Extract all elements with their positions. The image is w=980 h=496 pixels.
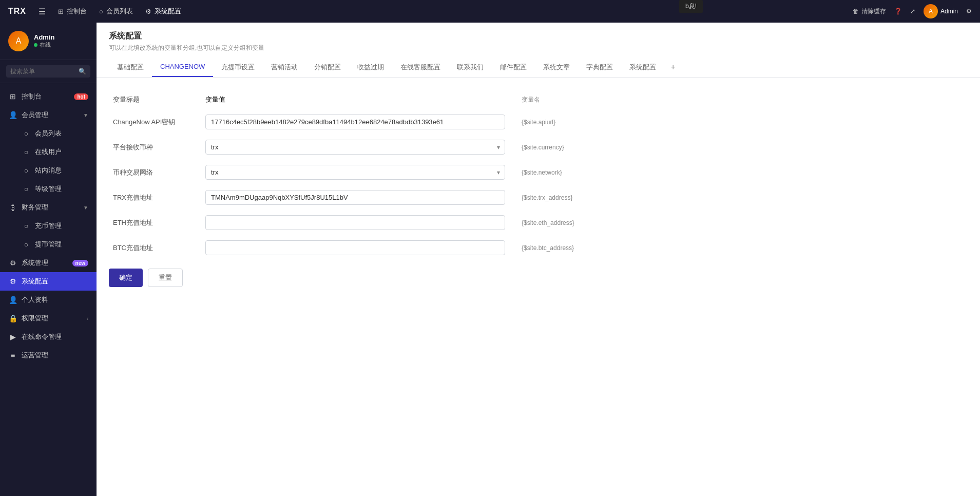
dashboard-nav-icon: ⊞ xyxy=(8,92,17,101)
help-icon: ❓ xyxy=(894,8,902,15)
sidebar-user-profile: A Admin 在线 xyxy=(0,23,97,60)
tab-changenow[interactable]: CHANGENOW xyxy=(152,59,213,77)
sidebar-item-member-list[interactable]: ○ 会员列表 xyxy=(0,124,97,143)
form-area: 变量标题 变量值 变量名 ChangeNow API密钥 {$site.apiu… xyxy=(97,78,980,496)
clear-cache-button[interactable]: 🗑 清除缓存 xyxy=(853,7,886,16)
top-nav: TRX ☰ ⊞ 控制台 ○ 会员列表 ⚙ 系统配置 b息! 🗑 清除缓存 ❓ ⤢… xyxy=(0,0,980,23)
field-label: ETH充值地址 xyxy=(109,210,201,235)
field-varname: {$site.trx_address} xyxy=(509,185,968,210)
transaction-network-select[interactable]: trx eth btc xyxy=(205,165,505,180)
sidebar-avatar: A xyxy=(8,31,29,51)
field-label: 币种交易网络 xyxy=(109,160,201,185)
chevron-down-icon: ▼ xyxy=(83,205,88,211)
field-varname: {$site.eth_address} xyxy=(509,210,968,235)
changenow-api-key-input[interactable] xyxy=(205,115,505,129)
online-status-dot xyxy=(34,43,37,47)
col-header-varname: 变量名 xyxy=(509,90,968,109)
sidebar-item-label: 控制台 xyxy=(22,92,42,101)
sidebar: A Admin 在线 🔍 ⊞ 控制台 hot 👤 xyxy=(0,23,97,496)
table-row: ChangeNow API密钥 {$site.apiurl} xyxy=(109,109,968,135)
tab-contact-us[interactable]: 联系我们 xyxy=(449,59,492,77)
sidebar-item-label: 充币管理 xyxy=(35,221,62,231)
btc-address-input[interactable] xyxy=(205,240,505,255)
tab-marketing[interactable]: 营销活动 xyxy=(263,59,306,77)
sidebar-item-command-mgmt[interactable]: ▶ 在线命令管理 xyxy=(0,328,97,346)
circle-icon: ○ xyxy=(22,185,31,193)
trash-icon: 🗑 xyxy=(853,8,859,15)
tab-income-expiry[interactable]: 收益过期 xyxy=(349,59,392,77)
col-header-label: 变量标题 xyxy=(109,90,201,109)
sidebar-item-site-msg[interactable]: ○ 站内消息 xyxy=(0,161,97,180)
sidebar-item-finance-mgmt[interactable]: ₿ 财务管理 ▼ xyxy=(0,198,97,217)
reset-button[interactable]: 重置 xyxy=(148,269,183,287)
field-label: BTC充值地址 xyxy=(109,235,201,260)
tab-email-config[interactable]: 邮件配置 xyxy=(492,59,535,77)
sidebar-status-text: 在线 xyxy=(40,41,51,49)
list-icon: ≡ xyxy=(8,351,17,359)
main-content: 系统配置 可以在此填改系统的变量和分组,也可以自定义分组和变量 基础配置 CHA… xyxy=(97,23,980,496)
sidebar-nav: ⊞ 控制台 hot 👤 会员管理 ▼ ○ 会员列表 ○ 在线用户 ○ 站内消息 xyxy=(0,83,97,496)
sidebar-item-label: 个人资料 xyxy=(22,295,48,304)
sidebar-search-area: 🔍 xyxy=(0,60,97,83)
topnav-item-dashboard[interactable]: ⊞ 控制台 xyxy=(58,7,87,16)
col-header-value: 变量值 xyxy=(201,90,509,109)
topnav-item-sysconfig[interactable]: ⚙ 系统配置 xyxy=(145,7,181,16)
sidebar-item-label: 运营管理 xyxy=(22,351,48,360)
page-title: 系统配置 xyxy=(109,31,968,42)
help-button[interactable]: ❓ xyxy=(894,8,902,15)
search-input[interactable] xyxy=(6,65,90,78)
sidebar-item-permission-mgmt[interactable]: 🔒 权限管理 ‹ xyxy=(0,309,97,328)
sidebar-item-label: 会员管理 xyxy=(22,110,48,120)
table-row: BTC充值地址 {$site.btc_address} xyxy=(109,235,968,260)
platform-currency-select[interactable]: trx eth btc xyxy=(205,140,505,155)
circle-icon: ○ xyxy=(22,222,31,230)
sidebar-item-label: 提币管理 xyxy=(35,240,62,249)
sidebar-item-online-users[interactable]: ○ 在线用户 xyxy=(0,143,97,161)
field-label: 平台接收币种 xyxy=(109,135,201,160)
table-row: ETH充值地址 {$site.eth_address} xyxy=(109,210,968,235)
sidebar-item-ops-mgmt[interactable]: ≡ 运营管理 xyxy=(0,346,97,365)
new-badge: new xyxy=(72,260,88,266)
tab-dict-config[interactable]: 字典配置 xyxy=(578,59,621,77)
table-row: TRX充值地址 {$site.trx_address} xyxy=(109,185,968,210)
menu-toggle-icon[interactable]: ☰ xyxy=(39,7,46,16)
global-settings-icon: ⚙ xyxy=(966,8,972,15)
admin-profile[interactable]: A Admin xyxy=(924,4,958,18)
member-mgmt-icon: 👤 xyxy=(8,111,17,119)
notification-popup: b息! xyxy=(679,0,703,13)
global-settings-button[interactable]: ⚙ xyxy=(966,8,972,15)
bitcoin-icon: ₿ xyxy=(8,203,17,212)
field-varname: {$site.currency} xyxy=(509,135,968,160)
fullscreen-button[interactable]: ⤢ xyxy=(910,8,915,15)
tab-articles[interactable]: 系统文章 xyxy=(535,59,578,77)
field-value-cell xyxy=(201,235,509,260)
eth-address-input[interactable] xyxy=(205,215,505,230)
sidebar-item-label: 系统配置 xyxy=(22,277,48,286)
tab-add-button[interactable]: + xyxy=(664,59,681,77)
sidebar-item-member-mgmt[interactable]: 👤 会员管理 ▼ xyxy=(0,106,97,124)
sidebar-item-withdraw-mgmt[interactable]: ○ 提币管理 xyxy=(0,235,97,254)
trx-address-input[interactable] xyxy=(205,190,505,205)
sidebar-item-profile[interactable]: 👤 个人资料 xyxy=(0,291,97,309)
sysconfig-icon: ⚙ xyxy=(145,8,151,15)
dashboard-icon: ⊞ xyxy=(58,8,64,15)
sidebar-item-dashboard[interactable]: ⊞ 控制台 hot xyxy=(0,87,97,106)
sidebar-item-label: 财务管理 xyxy=(22,203,48,212)
lock-icon: 🔒 xyxy=(8,314,17,322)
confirm-button[interactable]: 确定 xyxy=(109,269,143,287)
sidebar-item-deposit-mgmt[interactable]: ○ 充币管理 xyxy=(0,217,97,235)
tab-basic-config[interactable]: 基础配置 xyxy=(109,59,152,77)
hot-badge: hot xyxy=(74,93,88,100)
tab-sys-config[interactable]: 系统配置 xyxy=(621,59,664,77)
topnav-item-members[interactable]: ○ 会员列表 xyxy=(99,7,133,16)
sidebar-item-label: 在线用户 xyxy=(35,147,62,157)
sidebar-item-system-mgmt[interactable]: ⚙ 系统管理 new xyxy=(0,254,97,272)
tab-distribution[interactable]: 分销配置 xyxy=(306,59,349,77)
terminal-icon: ▶ xyxy=(8,333,17,341)
tab-deposit-settings[interactable]: 充提币设置 xyxy=(213,59,263,77)
sidebar-item-level-mgmt[interactable]: ○ 等级管理 xyxy=(0,180,97,198)
fullscreen-icon: ⤢ xyxy=(910,8,915,15)
tab-online-service[interactable]: 在线客服配置 xyxy=(392,59,449,77)
field-label: TRX充值地址 xyxy=(109,185,201,210)
sidebar-item-system-config[interactable]: ⚙ 系统配置 xyxy=(0,272,97,291)
